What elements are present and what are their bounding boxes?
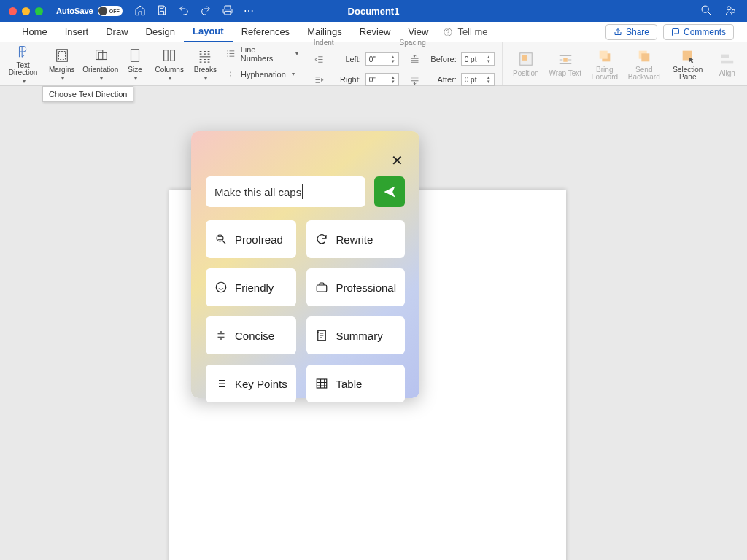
redo-icon[interactable] bbox=[200, 4, 212, 18]
close-icon[interactable]: ✕ bbox=[391, 152, 403, 169]
ai-option-professional[interactable]: Professional bbox=[306, 268, 405, 306]
spacing-title: Spacing bbox=[400, 39, 426, 47]
save-icon[interactable] bbox=[156, 4, 168, 18]
indent-left-row: Left: 0"▲▼ bbox=[314, 50, 399, 69]
spacing-before-input[interactable]: 0 pt▲▼ bbox=[461, 52, 495, 66]
autosave-label: AutoSave bbox=[56, 7, 93, 15]
indent-right-input[interactable]: 0"▲▼ bbox=[365, 73, 399, 86]
svg-rect-17 bbox=[641, 53, 649, 61]
tell-me[interactable]: Tell me bbox=[443, 26, 487, 37]
hyphenation-button[interactable]: Hyphenation▾ bbox=[225, 65, 298, 84]
share-button[interactable]: Share bbox=[605, 24, 657, 40]
position-button: Position bbox=[507, 44, 545, 85]
spacing-before-row: Before: 0 pt▲▼ bbox=[409, 50, 495, 69]
breaks-icon bbox=[196, 47, 214, 64]
ribbon: Text Direction▾ Margins▾ Orientation▾ Si… bbox=[0, 42, 747, 86]
orientation-button[interactable]: Orientation▾ bbox=[82, 44, 119, 85]
svg-rect-15 bbox=[599, 50, 607, 58]
wrap-text-button: Wrap Text bbox=[546, 44, 584, 85]
svg-point-2 bbox=[732, 9, 735, 12]
send-backward-button: Send Backward bbox=[625, 44, 663, 85]
breaks-button[interactable]: Breaks▾ bbox=[190, 44, 221, 85]
indent-title: Indent bbox=[314, 39, 334, 47]
home-icon[interactable] bbox=[134, 4, 146, 18]
svg-point-1 bbox=[727, 6, 731, 9]
send-button[interactable] bbox=[374, 176, 405, 207]
text-direction-icon bbox=[15, 44, 32, 61]
tab-design[interactable]: Design bbox=[137, 22, 184, 42]
comments-button[interactable]: Comments bbox=[663, 24, 734, 40]
line-numbers-button[interactable]: Line Numbers▾ bbox=[225, 44, 298, 63]
tab-draw[interactable]: Draw bbox=[97, 22, 136, 42]
more-icon[interactable]: ⋯ bbox=[244, 5, 255, 17]
spacing-after-input[interactable]: 0 pt▲▼ bbox=[461, 73, 495, 86]
orientation-icon bbox=[92, 47, 109, 64]
ai-option-friendly[interactable]: Friendly bbox=[206, 268, 296, 306]
svg-point-24 bbox=[216, 282, 226, 292]
tab-insert[interactable]: Insert bbox=[56, 22, 98, 42]
tab-home[interactable]: Home bbox=[13, 22, 56, 42]
svg-rect-10 bbox=[171, 50, 175, 61]
autosave[interactable]: AutoSave OFF bbox=[56, 6, 123, 16]
align-button: Align bbox=[713, 44, 742, 85]
size-button[interactable]: Size▾ bbox=[120, 44, 149, 85]
ai-option-rewrite[interactable]: Rewrite bbox=[306, 220, 405, 258]
zoom-window[interactable] bbox=[35, 7, 43, 15]
svg-rect-6 bbox=[96, 50, 102, 59]
text-direction-button[interactable]: Text Direction▾ bbox=[4, 44, 42, 85]
svg-rect-19 bbox=[721, 55, 729, 58]
ai-option-concise[interactable]: Concise bbox=[206, 316, 296, 354]
svg-point-0 bbox=[702, 6, 708, 12]
columns-icon bbox=[160, 47, 178, 64]
svg-rect-12 bbox=[522, 55, 527, 61]
indent-left-input[interactable]: 0"▲▼ bbox=[365, 52, 399, 66]
document-area: ✕ Make this all caps Proofread Rewrite bbox=[0, 86, 747, 560]
window-controls bbox=[0, 7, 43, 15]
svg-rect-25 bbox=[317, 285, 328, 292]
svg-rect-8 bbox=[131, 49, 139, 61]
document-title: Document1 bbox=[348, 6, 400, 17]
undo-icon[interactable] bbox=[178, 4, 190, 18]
selection-pane-icon bbox=[679, 47, 697, 65]
search-icon[interactable] bbox=[700, 4, 712, 18]
bring-forward-icon bbox=[596, 47, 614, 65]
send-backward-icon bbox=[635, 47, 653, 65]
columns-button[interactable]: Columns▾ bbox=[151, 44, 188, 85]
svg-rect-5 bbox=[58, 51, 65, 59]
align-icon bbox=[719, 50, 736, 68]
svg-rect-9 bbox=[164, 50, 169, 61]
svg-rect-13 bbox=[563, 58, 568, 62]
tab-references[interactable]: References bbox=[233, 22, 298, 42]
svg-rect-27 bbox=[317, 379, 328, 388]
ai-option-proofread[interactable]: Proofread bbox=[206, 220, 296, 258]
selection-pane-button[interactable]: Selection Pane bbox=[665, 44, 711, 85]
account-icon[interactable] bbox=[725, 4, 737, 18]
print-icon[interactable] bbox=[222, 4, 233, 18]
tooltip: Choose Text Direction bbox=[42, 86, 133, 102]
autosave-toggle[interactable]: OFF bbox=[98, 6, 123, 16]
quick-access-toolbar: ⋯ bbox=[134, 4, 255, 18]
ai-assistant-popup: ✕ Make this all caps Proofread Rewrite bbox=[191, 131, 419, 398]
margins-button[interactable]: Margins▾ bbox=[43, 44, 80, 85]
ai-option-key-points[interactable]: Key Points bbox=[206, 365, 296, 402]
size-icon bbox=[126, 47, 144, 64]
minimize-window[interactable] bbox=[22, 7, 30, 15]
position-icon bbox=[517, 50, 535, 68]
titlebar: AutoSave OFF ⋯ Document1 bbox=[0, 0, 747, 22]
tab-layout[interactable]: Layout bbox=[184, 22, 233, 42]
ai-option-summary[interactable]: Summary bbox=[306, 316, 405, 354]
ai-option-table[interactable]: Table bbox=[306, 365, 405, 402]
close-window[interactable] bbox=[9, 7, 17, 15]
margins-icon bbox=[53, 47, 71, 64]
bring-forward-button: Bring Forward bbox=[586, 44, 624, 85]
svg-rect-20 bbox=[721, 61, 734, 64]
wrap-icon bbox=[557, 51, 574, 69]
ai-prompt-input[interactable]: Make this all caps bbox=[206, 176, 365, 207]
